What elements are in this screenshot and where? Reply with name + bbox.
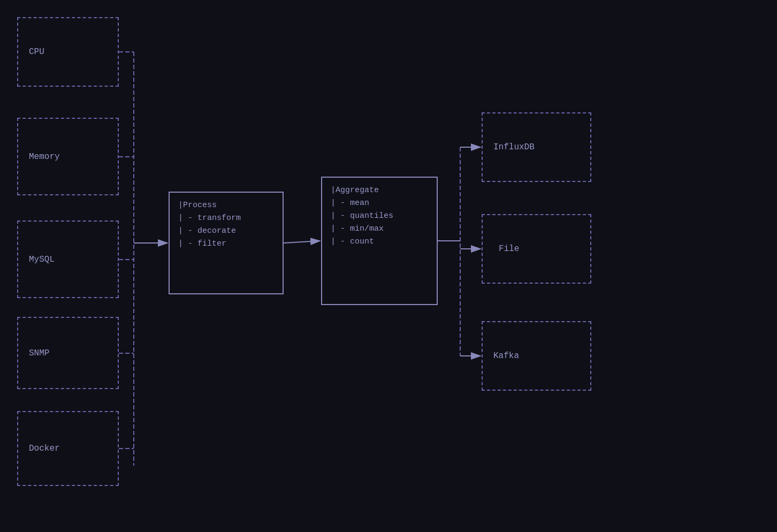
node-cpu: CPU	[17, 17, 119, 87]
influxdb-label: InfluxDB	[493, 142, 535, 152]
process-to-aggregate-arrow	[284, 241, 320, 243]
cpu-label: CPU	[29, 47, 44, 57]
node-mysql: MySQL	[17, 221, 119, 298]
node-kafka: Kafka	[482, 321, 591, 391]
node-file: File	[482, 214, 591, 284]
mysql-label: MySQL	[29, 255, 55, 264]
snmp-label: SNMP	[29, 348, 49, 358]
aggregate-line2: | - mean	[331, 197, 428, 210]
process-line4: | - filter	[178, 238, 274, 250]
node-aggregate: |Aggregate | - mean | - quantiles | - mi…	[321, 177, 438, 305]
docker-label: Docker	[29, 444, 60, 453]
node-memory: Memory	[17, 118, 119, 195]
aggregate-line3: | - quantiles	[331, 210, 428, 223]
diagram-container: CPU Memory MySQL SNMP Docker |Process | …	[0, 0, 777, 532]
node-snmp: SNMP	[17, 317, 119, 389]
memory-label: Memory	[29, 152, 60, 162]
kafka-label: Kafka	[493, 351, 519, 361]
process-line3: | - decorate	[178, 225, 274, 238]
process-line2: | - transform	[178, 212, 274, 225]
process-line1: |Process	[178, 199, 274, 212]
aggregate-line5: | - count	[331, 235, 428, 248]
node-influxdb: InfluxDB	[482, 112, 591, 182]
aggregate-line4: | - min/max	[331, 223, 428, 235]
file-label: File	[499, 244, 519, 254]
aggregate-line1: |Aggregate	[331, 184, 428, 197]
node-docker: Docker	[17, 411, 119, 486]
node-process: |Process | - transform | - decorate | - …	[169, 192, 284, 294]
